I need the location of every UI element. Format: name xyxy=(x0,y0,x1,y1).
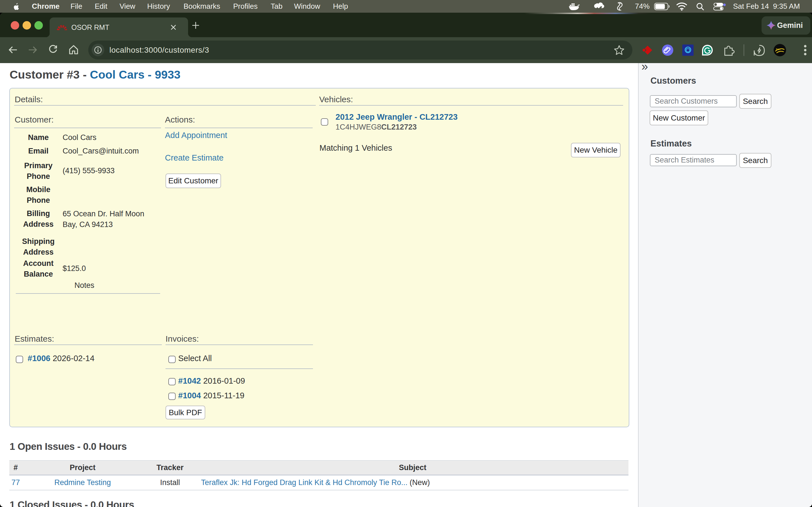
svg-text:Barr: Barr xyxy=(776,48,781,51)
